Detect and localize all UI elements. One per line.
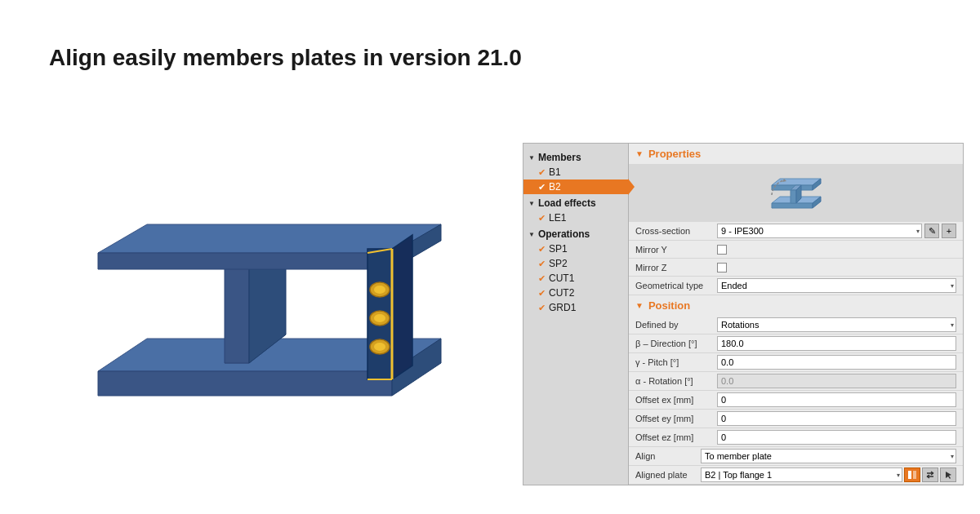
cross-section-select[interactable]: 9 - IPE300 (717, 224, 922, 238)
sp2-label: SP2 (549, 258, 568, 269)
svg-rect-30 (908, 471, 911, 479)
cross-section-value-wrap: 9 - IPE300 ▾ ✎ + (717, 224, 956, 238)
tree-item-sp2[interactable]: ✔ SP2 (523, 256, 628, 271)
tree-item-b1[interactable]: ✔ B1 (523, 165, 628, 179)
offset-ex-value-wrap (717, 392, 956, 407)
offset-ey-row: Offset ey [mm] (629, 410, 963, 428)
position-arrow: ▼ (635, 301, 644, 310)
aligned-plate-orange-btn[interactable] (904, 467, 920, 482)
load-effects-section: ▼ Load effects ✔ LE1 (523, 196, 628, 225)
load-effects-header[interactable]: ▼ Load effects (523, 196, 628, 210)
align-label: Align (635, 451, 701, 461)
tree-item-grd1[interactable]: ✔ GRD1 (523, 300, 628, 315)
direction-input[interactable] (717, 336, 956, 351)
tree-item-sp1[interactable]: ✔ SP1 (523, 241, 628, 256)
align-value-wrap: To member plate ▾ (701, 449, 956, 463)
direction-row: β – Direction [°] (629, 335, 963, 353)
mirror-z-checkbox[interactable] (717, 263, 727, 273)
load-effects-label: Load effects (538, 197, 596, 209)
aligned-plate-select[interactable]: B2 | Top flange 1 (701, 467, 902, 482)
aligned-plate-select-wrap[interactable]: B2 | Top flange 1 ▾ (701, 467, 902, 482)
pitch-label: γ - Pitch [°] (635, 357, 717, 367)
direction-value-wrap (717, 336, 956, 351)
svg-marker-4 (225, 257, 249, 363)
b1-check: ✔ (538, 167, 546, 178)
properties-section-header: ▼ Properties (629, 144, 963, 164)
geometrical-type-row: Geometrical type Ended ▾ (629, 277, 963, 295)
sp1-label: SP1 (549, 243, 568, 255)
mirror-y-checkbox[interactable] (717, 245, 727, 255)
b2-check: ✔ (538, 182, 546, 193)
cut2-check: ✔ (538, 288, 546, 299)
pitch-value-wrap (717, 355, 956, 370)
mirror-z-value (717, 263, 956, 273)
geometrical-type-select-wrap[interactable]: Ended ▾ (717, 278, 956, 293)
cut1-check: ✔ (538, 273, 546, 284)
svg-rect-31 (913, 471, 916, 479)
position-section-header: ▼ Position (629, 295, 963, 316)
right-panel: ▼ Members ✔ B1 ✔ B2 ▼ Load effects ✔ LE1 (523, 143, 964, 485)
align-select[interactable]: To member plate (701, 449, 956, 463)
offset-ez-value-wrap (717, 430, 956, 445)
cross-section-edit-button[interactable]: ✎ (924, 224, 939, 238)
offset-ez-input[interactable] (717, 430, 956, 445)
rotation-label: α - Rotation [°] (635, 376, 717, 386)
offset-ey-label: Offset ey [mm] (635, 414, 717, 423)
load-effects-arrow: ▼ (528, 200, 535, 207)
grd1-check: ✔ (538, 303, 546, 313)
geometrical-type-value-wrap: Ended ▾ (717, 278, 956, 293)
members-label: Members (538, 152, 581, 163)
sp2-check: ✔ (538, 259, 546, 269)
svg-marker-21 (772, 203, 813, 208)
preview-box (629, 164, 963, 222)
tree-item-b2[interactable]: ✔ B2 (523, 179, 628, 194)
aligned-plate-value-wrap: B2 | Top flange 1 ▾ (701, 467, 956, 482)
align-row: Align To member plate ▾ (629, 447, 963, 466)
defined-by-select-wrap[interactable]: Rotations ▾ (717, 317, 956, 332)
grd1-label: GRD1 (549, 302, 576, 313)
rotation-input[interactable] (717, 374, 956, 388)
mirror-z-row: Mirror Z (629, 259, 963, 277)
offset-ey-input[interactable] (717, 411, 956, 426)
geometrical-type-select[interactable]: Ended (717, 278, 956, 293)
svg-marker-1 (98, 371, 392, 396)
tree-item-le1[interactable]: ✔ LE1 (523, 210, 628, 225)
position-section-label: Position (648, 299, 690, 312)
tree-item-cut1[interactable]: ✔ CUT1 (523, 271, 628, 286)
svg-point-15 (374, 286, 385, 294)
tree-item-cut2[interactable]: ✔ CUT2 (523, 286, 628, 300)
tree-panel: ▼ Members ✔ B1 ✔ B2 ▼ Load effects ✔ LE1 (523, 143, 629, 485)
pitch-row: γ - Pitch [°] (629, 353, 963, 372)
svg-marker-7 (98, 253, 392, 269)
pitch-input[interactable] (717, 355, 956, 370)
page-title: Align easily members plates in version 2… (49, 45, 522, 71)
align-select-wrap[interactable]: To member plate ▾ (701, 449, 956, 463)
offset-ez-label: Offset ez [mm] (635, 432, 717, 442)
mirror-y-row: Mirror Y (629, 241, 963, 259)
b1-label: B1 (549, 166, 561, 178)
geometrical-type-label: Geometrical type (635, 281, 717, 290)
defined-by-label: Defined by (635, 320, 717, 330)
properties-section-label: Properties (648, 148, 701, 160)
members-header[interactable]: ▼ Members (523, 150, 628, 165)
le1-label: LE1 (549, 212, 566, 224)
cut2-label: CUT2 (549, 287, 574, 299)
aligned-plate-label: Aligned plate (635, 470, 701, 480)
svg-marker-27 (791, 190, 796, 203)
operations-label: Operations (538, 228, 590, 240)
members-section: ▼ Members ✔ B1 ✔ B2 (523, 150, 628, 194)
cross-section-select-wrap[interactable]: 9 - IPE300 ▾ (717, 224, 922, 238)
aligned-plate-cursor-btn[interactable] (940, 467, 956, 482)
cross-section-add-button[interactable]: + (942, 224, 956, 238)
operations-arrow: ▼ (528, 231, 535, 238)
defined-by-value-wrap: Rotations ▾ (717, 317, 956, 332)
aligned-plate-swap-btn[interactable] (922, 467, 938, 482)
cross-section-row: Cross-section 9 - IPE300 ▾ ✎ + (629, 222, 963, 241)
offset-ex-input[interactable] (717, 392, 956, 407)
cut1-label: CUT1 (549, 273, 574, 284)
properties-arrow: ▼ (635, 149, 644, 158)
aligned-plate-row: Aligned plate B2 | Top flange 1 ▾ (629, 466, 963, 485)
cross-section-label: Cross-section (635, 226, 717, 236)
defined-by-select[interactable]: Rotations (717, 317, 956, 332)
operations-header[interactable]: ▼ Operations (523, 227, 628, 241)
